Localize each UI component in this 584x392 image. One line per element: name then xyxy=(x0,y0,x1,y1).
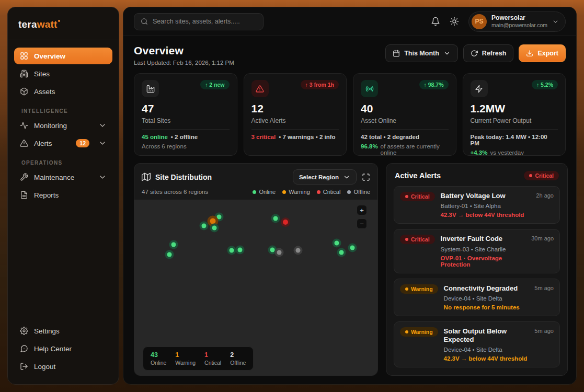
site-marker-online[interactable] xyxy=(202,224,207,228)
alert-time: 5m ago xyxy=(534,284,554,291)
sidebar-item-logout[interactable]: Logout xyxy=(14,358,112,375)
alert-body: Connectivity Degraded Device-04 • Site D… xyxy=(438,284,535,310)
alert-detail: 42.3V → below 44V threshold xyxy=(441,212,532,218)
user-menu[interactable]: PS Powersolar main@powersolar.com xyxy=(468,11,566,32)
alert-time: 2h ago xyxy=(536,192,554,199)
kpi-row: ↑ 2 new 47 Total Sites 45 online • 2 off… xyxy=(123,72,576,156)
divider xyxy=(251,129,339,130)
sidebar-item-label: Logout xyxy=(34,363,55,371)
kpi-line1: 3 critical • 7 warnings • 2 info xyxy=(251,134,339,140)
severity-dot xyxy=(405,195,408,198)
severity-label: Critical xyxy=(411,236,430,243)
search-input[interactable] xyxy=(153,18,257,25)
header-actions: This Month Refresh Export xyxy=(385,44,566,62)
sidebar-item-settings[interactable]: Settings xyxy=(14,322,112,339)
period-select-button[interactable]: This Month xyxy=(385,44,458,62)
alert-card[interactable]: Warning Connectivity Degraded Device-04 … xyxy=(394,279,560,316)
sidebar-item-overview[interactable]: Overview xyxy=(14,48,112,64)
kpi-line1-rest: • 7 warnings • 2 info xyxy=(279,134,335,140)
site-marker-online[interactable] xyxy=(270,248,275,252)
kpi-line2-rest: Across 6 regions xyxy=(142,143,187,149)
map-title-group: Site Distribution xyxy=(142,172,212,181)
kpi-line1-rest: 42 total • 2 degraded xyxy=(361,134,419,140)
site-marker-online[interactable] xyxy=(350,246,355,250)
severity-dot xyxy=(405,238,408,241)
map-legend: Online Warning Critical Offline xyxy=(253,189,370,195)
notifications-button[interactable] xyxy=(431,17,440,26)
refresh-button[interactable]: Refresh xyxy=(463,44,514,62)
severity-badge: Warning xyxy=(400,284,438,294)
avatar: PS xyxy=(472,14,487,29)
alert-card[interactable]: Critical Battery Voltage Low Battery-01 … xyxy=(394,186,560,224)
search-bar[interactable] xyxy=(134,13,264,30)
kpi-line2-accent: +4.3% xyxy=(471,149,488,156)
refresh-icon xyxy=(471,50,478,57)
view-all-alerts-link[interactable]: View All Alerts xyxy=(394,373,560,376)
sidebar-item-label: Monitoring xyxy=(34,122,67,130)
legend-dot-warning xyxy=(282,190,286,194)
severity-label: Warning xyxy=(411,286,433,292)
site-marker-online[interactable] xyxy=(212,226,217,230)
alert-title: Inverter Fault Code xyxy=(441,235,528,243)
kpi-line2: 96.8% of assets are currently online xyxy=(361,143,449,156)
site-marker-offline[interactable] xyxy=(277,250,282,255)
export-label: Export xyxy=(537,50,558,57)
fullscreen-icon xyxy=(362,173,370,181)
alert-card[interactable]: Critical Inverter Fault Code System-03 •… xyxy=(394,229,560,273)
alert-card[interactable]: Warning Solar Output Below Expected Devi… xyxy=(394,321,560,368)
site-marker-offline[interactable] xyxy=(296,248,301,253)
site-marker-online[interactable] xyxy=(335,241,339,246)
kpi-line1: 45 online • 2 offline xyxy=(142,134,230,140)
divider xyxy=(471,129,558,130)
page-title: Overview xyxy=(134,44,234,57)
kpi-line2: +4.3% vs yesterday xyxy=(471,149,558,156)
warning-triangle-icon xyxy=(20,139,28,147)
sidebar-item-maintenance[interactable]: Maintenance xyxy=(14,169,112,186)
alert-meta: Device-04 • Site Delta xyxy=(444,347,531,353)
alert-title: Connectivity Degraded xyxy=(444,284,531,293)
trend-badge: ↑ 2 new xyxy=(200,80,229,89)
sun-icon xyxy=(450,17,459,26)
sidebar-item-assets[interactable]: Assets xyxy=(14,83,112,100)
export-button[interactable]: Export xyxy=(519,44,566,62)
site-marker-online[interactable] xyxy=(339,250,344,255)
stat-label: Online xyxy=(151,360,166,366)
fullscreen-button[interactable] xyxy=(362,173,370,181)
map-canvas[interactable]: + − 43 Online 1 Warning 1 xyxy=(134,200,377,375)
theme-toggle-button[interactable] xyxy=(450,17,459,26)
site-marker-warning[interactable] xyxy=(210,218,216,224)
map-header: Site Distribution Select Region xyxy=(134,164,377,189)
site-marker-critical[interactable] xyxy=(283,220,288,225)
logo-dot-icon xyxy=(58,20,60,22)
select-region-button[interactable]: Select Region xyxy=(293,169,357,185)
alert-detail: No response for 5 minutes xyxy=(444,304,531,310)
kpi-value: 47 xyxy=(142,102,230,115)
site-marker-online[interactable] xyxy=(167,252,172,257)
sidebar-item-help-center[interactable]: Help Center xyxy=(14,340,112,357)
stat-value: 43 xyxy=(151,351,166,359)
alert-meta: Device-04 • Site Delta xyxy=(444,295,531,302)
site-marker-online[interactable] xyxy=(171,243,176,247)
kpi-line1-accent: 45 online xyxy=(142,134,168,140)
kpi-card-active-alerts: ↑ 3 from 1h 12 Active Alerts 3 critical … xyxy=(244,73,347,156)
site-marker-online[interactable] xyxy=(273,216,278,221)
kpi-line1: 42 total • 2 degraded xyxy=(361,134,449,140)
factory-icon xyxy=(142,80,159,97)
sidebar-item-reports[interactable]: Reports xyxy=(14,187,112,203)
zoom-in-button[interactable]: + xyxy=(357,205,367,215)
site-marker-online[interactable] xyxy=(217,215,222,220)
alert-meta: System-03 • Site Charlie xyxy=(441,246,528,252)
zoom-out-button[interactable]: − xyxy=(357,218,367,229)
severity-badge: Critical xyxy=(400,192,435,201)
site-marker-online[interactable] xyxy=(238,248,243,252)
stat-value: 2 xyxy=(230,351,246,359)
sidebar-item-alerts[interactable]: Alerts 12 xyxy=(14,135,112,152)
sidebar-item-sites[interactable]: Sites xyxy=(14,65,112,82)
sidebar-item-monitoring[interactable]: Monitoring xyxy=(14,117,112,134)
sidebar-item-label: Help Center xyxy=(34,345,72,353)
kpi-card-power-output: ↑ 5.2% 1.2MW Current Power Output Peak t… xyxy=(463,73,566,156)
site-marker-online[interactable] xyxy=(230,248,234,253)
active-alerts-panel: Active Alerts Critical Critical Battery … xyxy=(386,163,568,376)
user-name: Powersolar xyxy=(491,14,547,22)
legend-warning: Warning xyxy=(282,189,310,195)
